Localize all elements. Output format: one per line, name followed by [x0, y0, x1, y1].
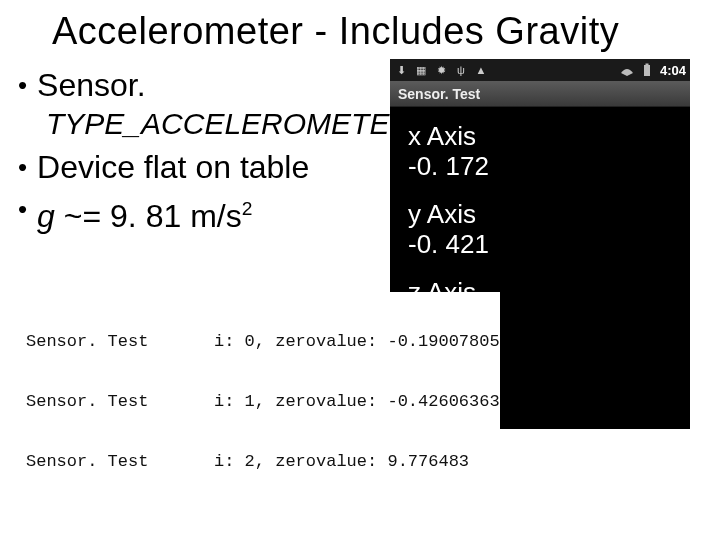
log-tag: Sensor. Test	[26, 452, 214, 472]
bullet-dot-icon: •	[18, 65, 27, 105]
log-tag: Sensor. Test	[26, 392, 214, 412]
bullet-dot-icon: •	[18, 147, 27, 187]
log-msg: i: 2, zerovalue: 9.776483	[214, 452, 469, 472]
log-msg: i: 0, zerovalue: -0.19007805	[214, 332, 500, 352]
logcat-output: Sensor. Testi: 0, zerovalue: -0.19007805…	[26, 292, 500, 512]
svg-rect-0	[644, 65, 650, 76]
y-axis-value: -0. 421	[408, 229, 672, 259]
bullet-1-subline: TYPE_ACCELEROMETER	[46, 107, 390, 141]
log-row: Sensor. Testi: 2, zerovalue: 9.776483	[26, 452, 500, 472]
status-left: ⬇ ▦ ✹ ψ ▲	[394, 63, 488, 77]
bullet-2: • Device flat on table	[18, 147, 390, 187]
x-axis-value: -0. 172	[408, 151, 672, 181]
gravity-value: ~= 9. 81 m/s	[55, 198, 242, 234]
y-axis-block: y Axis -0. 421	[408, 199, 672, 259]
bullet-1-text: Sensor.	[37, 65, 146, 105]
warning-icon: ▲	[474, 63, 488, 77]
bullet-2-text: Device flat on table	[37, 147, 309, 187]
wifi-icon	[620, 63, 634, 77]
status-right: 4:04	[620, 63, 686, 78]
log-msg: i: 1, zerovalue: -0.42606363	[214, 392, 500, 412]
battery-icon	[640, 63, 654, 77]
slide-title: Accelerometer - Includes Gravity	[0, 0, 720, 59]
download-icon: ⬇	[394, 63, 408, 77]
x-axis-label: x Axis	[408, 121, 672, 151]
bullet-3-text: g ~= 9. 81 m/s2	[37, 189, 252, 236]
bullet-3: • g ~= 9. 81 m/s2	[18, 189, 390, 236]
log-tag: Sensor. Test	[26, 332, 214, 352]
bullet-dot-icon: •	[18, 189, 27, 229]
statusbar-clock: 4:04	[660, 63, 686, 78]
squared-exponent: 2	[242, 198, 253, 219]
svg-rect-1	[645, 64, 648, 66]
log-row: Sensor. Testi: 1, zerovalue: -0.42606363	[26, 392, 500, 412]
slide: Accelerometer - Includes Gravity • Senso…	[0, 0, 720, 540]
usb-icon: ψ	[454, 63, 468, 77]
x-axis-block: x Axis -0. 172	[408, 121, 672, 181]
gravity-symbol: g	[37, 198, 55, 234]
app-titlebar: Sensor. Test	[390, 81, 690, 107]
bug-icon: ✹	[434, 63, 448, 77]
android-statusbar: ⬇ ▦ ✹ ψ ▲ 4:04	[390, 59, 690, 81]
bullet-1: • Sensor.	[18, 65, 390, 105]
log-row: Sensor. Testi: 0, zerovalue: -0.19007805	[26, 332, 500, 352]
calendar-icon: ▦	[414, 63, 428, 77]
y-axis-label: y Axis	[408, 199, 672, 229]
